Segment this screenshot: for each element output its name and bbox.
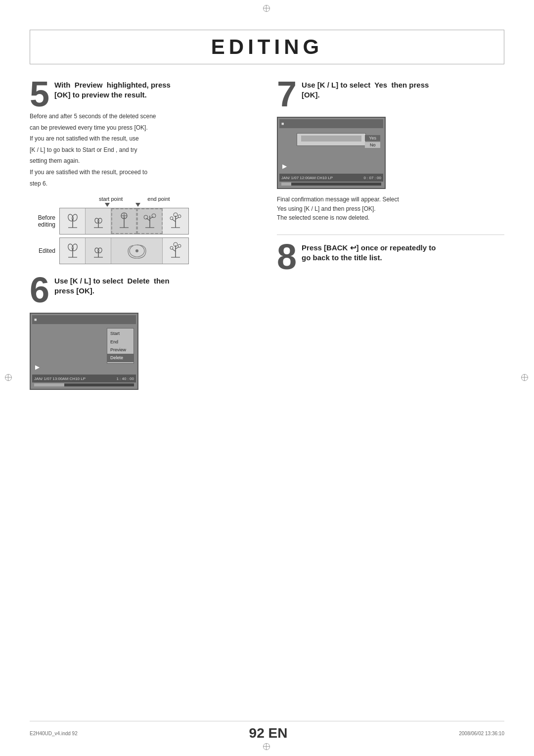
step-7-confirm-text: Final confirmation message will appear. … bbox=[277, 195, 504, 223]
film-frame-2 bbox=[86, 208, 111, 234]
edited-frame-5 bbox=[163, 238, 188, 264]
start-arrow bbox=[105, 203, 110, 207]
page-title: EDITING bbox=[211, 35, 323, 58]
before-label: Beforeediting bbox=[30, 214, 55, 229]
film-frame-1 bbox=[60, 208, 86, 234]
section-divider bbox=[277, 235, 504, 235]
screen-7-bottom-text: JAN/ 1/07 12:00AM CH10 LP bbox=[281, 176, 333, 180]
menu-item-start: Start bbox=[107, 330, 134, 337]
step-7-screen: ■ Yes No bbox=[277, 117, 504, 189]
edited-frame-2 bbox=[86, 238, 111, 264]
edited-film-strip bbox=[59, 237, 189, 264]
svg-point-17 bbox=[152, 214, 156, 218]
footer-filename: E2H40UD_v4.indd 92 bbox=[30, 731, 78, 736]
step-5-number: 5 bbox=[30, 76, 49, 112]
before-editing-row: Beforeediting bbox=[30, 208, 257, 235]
step-7-block: 7 Use [K / L] to select Yes then press[O… bbox=[277, 80, 504, 223]
screen-mockup-6: ■ ▶ Start End Preview Delete bbox=[30, 313, 138, 390]
page-number: 92 EN bbox=[249, 725, 288, 741]
step-5-block: 5 With Preview highlighted, press[OK] to… bbox=[30, 80, 257, 264]
step-8-heading: Press [BACK ↩] once or repeatedly to go … bbox=[302, 243, 504, 263]
left-column: 5 With Preview highlighted, press[OK] to… bbox=[30, 80, 257, 402]
edited-frame-1 bbox=[60, 238, 86, 264]
svg-point-23 bbox=[178, 215, 181, 218]
svg-point-35 bbox=[135, 249, 138, 252]
svg-point-40 bbox=[178, 244, 181, 247]
step-5-body: Before and after 5 seconds of the delete… bbox=[30, 112, 257, 188]
step-6-heading: Use [K / L] to select Delete thenpress [… bbox=[54, 276, 257, 296]
right-column: 7 Use [K / L] to select Yes then press[O… bbox=[277, 80, 504, 402]
svg-line-14 bbox=[146, 218, 150, 221]
step-6-screen: ■ ▶ Start End Preview Delete bbox=[30, 313, 257, 390]
svg-point-22 bbox=[170, 217, 173, 220]
screen-6-bottom-text: JAN/ 1/07 13:00AM CH10 LP bbox=[34, 377, 86, 381]
footer-timestamp: 2008/06/02 13:36:10 bbox=[459, 731, 504, 736]
step-7-number: 7 bbox=[277, 76, 297, 112]
edited-frame-3-spliced bbox=[111, 238, 163, 264]
screen-6-time: 1 : 40 : 00 bbox=[116, 377, 134, 381]
svg-point-16 bbox=[144, 215, 148, 219]
svg-point-39 bbox=[170, 246, 173, 249]
step-8-heading-line2: go back to the title list. bbox=[302, 253, 382, 262]
step-6-number: 6 bbox=[30, 272, 49, 308]
menu-item-end: End bbox=[107, 338, 134, 346]
step-5-heading: With Preview highlighted, press[OK] to p… bbox=[54, 80, 257, 100]
film-frame-3-deleted bbox=[111, 208, 137, 234]
step-7-heading: Use [K / L] to select Yes then press[OK]… bbox=[302, 80, 504, 100]
step-8-block: 8 Press [BACK ↩] once or repeatedly to g… bbox=[277, 243, 504, 275]
before-film-strip bbox=[59, 208, 189, 235]
menu-item-delete: Delete bbox=[107, 354, 134, 362]
film-frame-5 bbox=[163, 208, 188, 234]
page-footer: E2H40UD_v4.indd 92 92 EN 2008/06/02 13:3… bbox=[30, 721, 504, 741]
edited-label: Edited bbox=[30, 247, 55, 254]
screen-7-time: 0 : 07 : 00 bbox=[363, 176, 381, 180]
film-diagram: start point end point Beforeediting bbox=[30, 196, 257, 264]
step-6-block: 6 Use [K / L] to select Delete thenpress… bbox=[30, 276, 257, 390]
page-title-bar: EDITING bbox=[30, 30, 504, 64]
end-arrow bbox=[135, 203, 140, 207]
menu-item-preview: Preview bbox=[107, 346, 134, 354]
edited-row: Edited bbox=[30, 237, 257, 264]
film-frame-4-deleted bbox=[137, 208, 163, 234]
screen-mockup-7: ■ Yes No bbox=[277, 117, 386, 189]
step-8-number: 8 bbox=[277, 239, 297, 275]
